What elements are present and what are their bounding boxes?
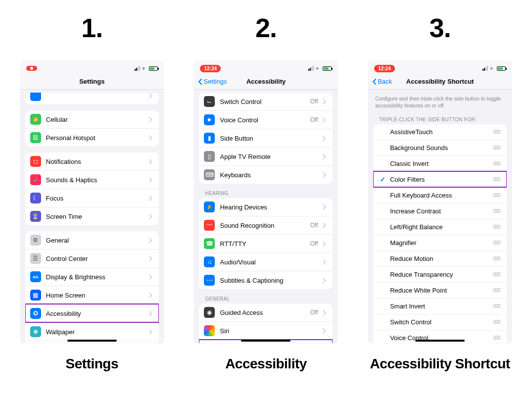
settings-row[interactable]: ✪Accessibility — [25, 304, 159, 322]
page-title: Settings — [79, 78, 104, 85]
row-detail: Off — [310, 240, 318, 247]
shortcut-option-row[interactable]: AssistiveTouch — [373, 124, 507, 140]
settings-row[interactable]: ☰Control Center — [25, 249, 159, 267]
settings-row[interactable]: 👂Hearing Devices — [199, 198, 333, 216]
option-label: Reduce White Point — [390, 287, 489, 294]
row-icon — [204, 325, 215, 336]
phone-screen-3: 12:24 ᯤ Back Accessibility Shortcut Conf… — [368, 61, 512, 343]
screen-record-pill[interactable] — [26, 66, 37, 71]
settings-row[interactable]: ⚙General — [25, 231, 159, 249]
chevron-right-icon — [149, 293, 154, 298]
row-label: Accessibility — [46, 310, 144, 317]
row-icon: 📶 — [30, 114, 41, 125]
settings-row[interactable]: ◻Notifications — [25, 152, 159, 170]
home-indicator[interactable] — [415, 340, 465, 342]
drag-handle-icon[interactable] — [493, 335, 501, 342]
settings-row[interactable]: ☎RTT/TTYOff — [199, 234, 333, 253]
settings-row[interactable]: ▦Home Screen — [25, 286, 159, 304]
row-icon: ✪ — [30, 308, 41, 319]
battery-icon — [149, 66, 158, 71]
section-header-triple-click: TRIPLE-CLICK THE SIDE BUTTON FOR: — [379, 117, 512, 122]
settings-row[interactable]: 🔊Sounds & Haptics — [25, 170, 159, 189]
settings-row[interactable]: ⛓Personal Hotspot — [25, 128, 159, 147]
shortcut-option-row[interactable]: Switch Control — [373, 314, 507, 330]
drag-handle-icon[interactable] — [493, 160, 501, 167]
chevron-right-icon — [323, 117, 328, 123]
chevron-right-icon — [323, 328, 328, 334]
status-icons: ᯤ — [135, 66, 158, 71]
shortcut-option-row[interactable]: ✓Color Filters — [373, 171, 507, 187]
shortcut-option-row[interactable]: Left/Right Balance — [373, 219, 507, 235]
shortcut-option-row[interactable]: Smart Invert — [373, 298, 507, 314]
drag-handle-icon[interactable] — [493, 287, 501, 294]
drag-handle-icon[interactable] — [493, 240, 501, 247]
option-label: Magnifier — [390, 239, 489, 247]
status-bar: 12:24 ᯤ — [368, 61, 512, 74]
settings-row[interactable]: ▮Side Button — [199, 129, 333, 147]
settings-row[interactable]: Siri — [199, 321, 333, 340]
phone-screen-2: 12:24 ᯤ Settings Accessibility ⌙Switch C… — [194, 61, 338, 343]
chevron-right-icon — [323, 136, 328, 141]
shortcut-option-row[interactable]: Full Keyboard Access — [373, 187, 507, 203]
time-pill[interactable]: 12:24 — [374, 65, 395, 72]
chevron-right-icon — [323, 259, 328, 265]
back-button[interactable]: Settings — [198, 78, 227, 85]
row-detail: Off — [310, 222, 318, 229]
drag-handle-icon[interactable] — [493, 319, 501, 326]
settings-row[interactable]: ⌨Keyboards — [199, 165, 333, 184]
row-icon: ☾ — [30, 193, 41, 203]
page-title: Accessibility Shortcut — [406, 78, 474, 85]
step-number-3: 3. — [368, 12, 512, 43]
drag-handle-icon[interactable] — [493, 176, 501, 183]
shortcut-option-row[interactable]: Reduce White Point — [373, 282, 507, 298]
drag-handle-icon[interactable] — [493, 303, 501, 310]
home-indicator[interactable] — [241, 340, 290, 342]
settings-row[interactable]: ⏳Screen Time — [25, 207, 159, 225]
drag-handle-icon[interactable] — [493, 192, 501, 199]
row-label: Hearing Devices — [220, 203, 318, 211]
settings-row-partial[interactable] — [25, 93, 159, 104]
settings-row[interactable]: ⌙Switch ControlOff — [199, 93, 333, 110]
shortcut-option-row[interactable]: Increase Contrast — [373, 203, 507, 219]
settings-row[interactable]: ⋯Subtitles & Captioning — [199, 271, 333, 289]
drag-handle-icon[interactable] — [493, 255, 501, 262]
settings-row[interactable]: ▯Apple TV Remote — [199, 147, 333, 165]
drag-handle-icon[interactable] — [493, 129, 501, 136]
settings-row[interactable]: AADisplay & Brightness — [25, 267, 159, 286]
shortcut-option-row[interactable]: Classic Invert — [373, 155, 507, 171]
settings-row[interactable]: ♫Audio/Visual — [199, 253, 333, 271]
status-icons: ᯤ — [483, 66, 506, 71]
drag-handle-icon[interactable] — [493, 271, 501, 278]
chevron-right-icon — [323, 204, 328, 210]
chevron-right-icon — [149, 93, 154, 99]
drag-handle-icon[interactable] — [493, 208, 501, 215]
shortcut-option-row[interactable]: Background Sounds — [373, 140, 507, 155]
chevron-right-icon — [149, 256, 154, 261]
row-detail: Off — [310, 116, 318, 123]
shortcut-option-row[interactable]: Magnifier — [373, 235, 507, 251]
drag-handle-icon[interactable] — [493, 224, 501, 231]
chevron-right-icon — [149, 311, 154, 316]
settings-row[interactable]: ❀Wallpaper — [25, 322, 159, 341]
settings-row[interactable]: 📶Cellular — [25, 110, 159, 128]
option-label: Reduce Motion — [390, 255, 489, 262]
checkmark-icon: ✓ — [379, 176, 386, 183]
chevron-right-icon — [323, 278, 328, 283]
home-indicator[interactable] — [67, 340, 117, 342]
shortcut-option-row[interactable]: Reduce Motion — [373, 251, 507, 266]
row-icon: ⚙ — [30, 235, 41, 246]
back-button[interactable]: Back — [372, 78, 392, 85]
settings-row[interactable]: ☾Focus — [25, 189, 159, 207]
config-note: Configure and then triple-click the side… — [375, 96, 505, 109]
row-label: Sound Recognition — [220, 222, 305, 229]
shortcut-option-row[interactable]: Reduce Transparency — [373, 266, 507, 282]
accessibility-shortcut-panel: 3. 12:24 ᯤ Back Accessibility Shortcut C… — [368, 12, 512, 343]
settings-row[interactable]: 〰Sound RecognitionOff — [199, 216, 333, 234]
section-header-hearing: HEARING — [205, 191, 338, 196]
time-pill[interactable]: 12:24 — [200, 65, 221, 72]
row-detail: Off — [310, 309, 318, 316]
drag-handle-icon[interactable] — [493, 145, 501, 152]
settings-row[interactable]: 🗣Voice ControlOff — [199, 110, 333, 129]
settings-row[interactable]: ◉Guided AccessOff — [199, 304, 333, 321]
cellular-signal-icon — [135, 66, 140, 71]
